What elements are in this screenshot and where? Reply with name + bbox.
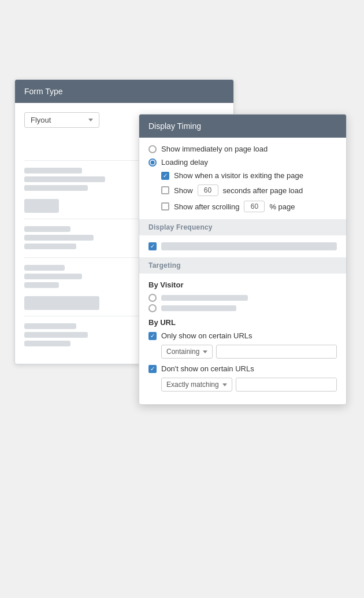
frequency-bar: [161, 242, 337, 250]
display-frequency-title: Display Frequency: [148, 223, 213, 231]
dont-show-controls: Exactly matching: [161, 378, 337, 392]
scrolling-label: Show after scrolling: [174, 202, 239, 211]
skeleton-block: [24, 199, 59, 213]
frequency-checkbox[interactable]: [148, 242, 157, 250]
visitor-option-1[interactable]: [148, 294, 337, 302]
skeleton-block: [24, 265, 65, 271]
only-show-row: Only show on certain URLs: [148, 331, 337, 340]
skeleton-block: [24, 226, 70, 232]
show-label: Show: [174, 186, 193, 195]
only-show-url-input[interactable]: [216, 345, 337, 359]
containing-select[interactable]: Containing: [161, 345, 213, 359]
by-visitor-title: By Visitor: [148, 280, 337, 289]
loading-delay-label: Loading delay: [161, 158, 208, 167]
form-type-title: Form Type: [24, 87, 63, 96]
skeleton-block: [24, 185, 88, 191]
scrolling-checkbox[interactable]: [161, 202, 169, 211]
display-timing-header: Display Timing: [139, 115, 346, 138]
show-immediately-option[interactable]: Show immediately on page load: [148, 145, 337, 153]
display-settings-card: Display Timing Show immediately on page …: [139, 114, 347, 405]
form-type-select-value: Flyout: [31, 116, 51, 124]
display-frequency-header: Display Frequency: [139, 219, 346, 235]
containing-chevron-icon: [203, 350, 207, 353]
show-immediately-label: Show immediately on page load: [161, 145, 268, 153]
exactly-matching-select-value: Exactly matching: [166, 381, 219, 389]
only-show-controls: Containing: [161, 345, 337, 359]
exactly-matching-chevron-icon: [222, 383, 227, 386]
visitor-skeleton-2: [161, 305, 236, 311]
sub-options-container: Show when a visitor is exiting the page …: [161, 171, 337, 212]
targeting-header: Targeting: [139, 257, 346, 274]
only-show-label: Only show on certain URLs: [161, 331, 252, 340]
skeleton-block: [24, 176, 105, 182]
skeleton-block: [24, 323, 76, 329]
exiting-checkbox[interactable]: [161, 172, 169, 180]
dont-show-checkbox[interactable]: [148, 365, 157, 373]
display-frequency-body: [139, 235, 346, 257]
skeleton-block: [24, 168, 82, 174]
dont-show-row: Don't show on certain URLs: [148, 364, 337, 373]
scrolling-option[interactable]: Show after scrolling % page: [161, 201, 337, 212]
exiting-label: Show when a visitor is exiting the page: [174, 171, 303, 180]
form-type-select[interactable]: Flyout: [24, 112, 99, 128]
by-url-title: By URL: [148, 318, 337, 327]
visitor-radio-2[interactable]: [148, 304, 157, 312]
show-immediately-radio[interactable]: [148, 145, 157, 153]
visitor-radio-1[interactable]: [148, 294, 157, 302]
dont-show-label: Don't show on certain URLs: [161, 364, 254, 373]
skeleton-block: [24, 243, 76, 249]
display-timing-title: Display Timing: [148, 121, 201, 131]
dont-show-url-input[interactable]: [236, 378, 337, 392]
exiting-option[interactable]: Show when a visitor is exiting the page: [161, 171, 337, 180]
targeting-body: By Visitor By URL Only show on certain U…: [139, 274, 346, 404]
by-url-section: By URL Only show on certain URLs Contain…: [148, 318, 337, 392]
visitor-option-2[interactable]: [148, 304, 337, 312]
loading-delay-radio[interactable]: [148, 158, 157, 167]
frequency-row: [148, 242, 337, 250]
form-type-card-header: Form Type: [15, 80, 233, 103]
scrolling-suffix: % page: [269, 202, 295, 211]
skeleton-block: [24, 235, 94, 241]
seconds-checkbox[interactable]: [161, 186, 169, 194]
containing-select-value: Containing: [166, 348, 199, 356]
loading-delay-option[interactable]: Loading delay: [148, 158, 337, 167]
skeleton-block: [24, 296, 99, 310]
exactly-matching-select[interactable]: Exactly matching: [161, 378, 232, 392]
chevron-down-icon: [88, 119, 93, 121]
scrolling-input[interactable]: [244, 201, 265, 212]
targeting-title: Targeting: [148, 261, 181, 270]
skeleton-block: [24, 282, 59, 288]
seconds-input[interactable]: [198, 184, 218, 196]
skeleton-block: [24, 341, 70, 346]
skeleton-block: [24, 274, 82, 279]
visitor-skeleton-1: [161, 295, 248, 301]
skeleton-block: [24, 332, 88, 338]
only-show-checkbox[interactable]: [148, 332, 157, 340]
display-timing-body: Show immediately on page load Loading de…: [139, 138, 346, 219]
seconds-option[interactable]: Show seconds after page load: [161, 184, 337, 196]
seconds-suffix: seconds after page load: [223, 186, 303, 195]
